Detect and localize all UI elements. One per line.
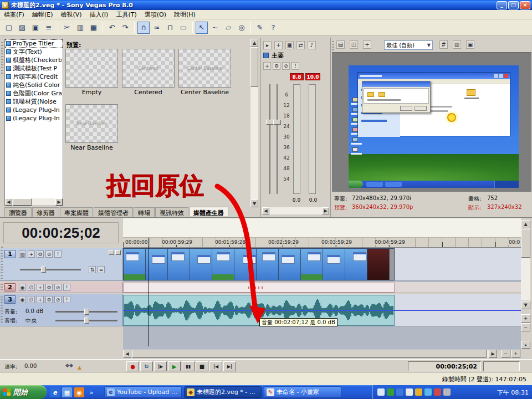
help-tool-icon[interactable]: ? [267,22,279,34]
arm-record-icon[interactable]: ◉ [19,284,26,291]
rate-slider-marks[interactable]: ◆◆ [65,362,73,368]
quicklaunch-chevron-icon[interactable]: » [86,387,96,397]
playhead-cursor[interactable] [149,238,149,346]
timeline-scroll-right-button[interactable]: ▶ [489,350,497,358]
generator-item[interactable]: 訊噪材質(Noise [5,98,63,106]
timeline-scroll-down-button[interactable]: ▼ [521,301,530,309]
menu-view[interactable]: 檢視(V) [57,10,85,19]
track-fx-icon[interactable]: + [37,284,44,291]
project-video-properties-icon[interactable]: ▤ [336,40,345,49]
auto-ripple-icon[interactable]: ≈ [151,22,163,34]
minimize-button[interactable]: _ [497,1,507,9]
dim-output-icon[interactable]: ♪ [308,41,316,49]
track-fx-icon[interactable]: + [28,250,35,258]
master-mute-icon[interactable]: ⊘ [282,62,290,70]
tab-media-generators[interactable]: 媒體產生器 [189,207,228,216]
open-icon[interactable]: ▨ [16,22,28,34]
edit-details-icon[interactable]: ▸ [521,341,530,349]
master-solo-icon[interactable]: ! [291,62,299,70]
timecode-display[interactable]: 00:00:25;02 [3,222,119,243]
save-snapshot-icon[interactable]: ▣ [466,40,474,49]
video-event-clip[interactable] [123,248,395,280]
track-mute-icon[interactable]: ⊘ [45,250,53,258]
safe-area-grid-icon[interactable]: # [439,40,448,49]
volume-tray-icon[interactable] [406,388,413,396]
transport-loop-playback-button[interactable]: ↻ [140,361,153,371]
bus-properties-icon[interactable]: ▣ [285,41,294,49]
master-fx-icon[interactable]: + [263,62,271,70]
downmix-output-icon[interactable]: ⇄ [296,41,305,49]
show-desktop-icon[interactable]: ▦ [62,387,72,397]
marker-bar[interactable] [123,218,521,238]
track-bypass-fx-icon[interactable]: ▨ [19,250,26,258]
presets-scrollbar-thumb[interactable] [250,47,258,87]
restore-button[interactable]: □ [508,1,519,9]
tab-explorer[interactable]: 瀏覽器 [4,207,32,217]
track-solo-icon[interactable]: ! [63,296,70,303]
generator-item[interactable]: ProType Titler [5,39,63,48]
menu-edit[interactable]: 編輯(E) [28,10,57,19]
generator-item[interactable]: 純色(Solid Color [5,81,63,89]
tab-trimmer[interactable]: 修剪器 [32,207,59,217]
track-mute-icon[interactable]: ⊘ [54,284,62,291]
language-bar-icon[interactable] [377,388,385,396]
copy-icon[interactable]: ▥ [74,22,86,34]
tab-video-fx[interactable]: 視訊特效 [155,207,188,217]
preset-item[interactable]: Center BaselineCenter Baseline [177,49,233,104]
undo-icon[interactable]: ↶ [106,22,118,34]
generator-item[interactable]: 片頭字幕(Credit [5,73,63,81]
track-grip[interactable] [1,250,3,279]
ignore-event-grouping-icon[interactable]: ▭ [177,22,190,34]
track-height-zoom-out-button[interactable]: − [521,323,530,331]
transport-go-to-end-button[interactable]: ▶| [223,361,236,371]
cut-icon[interactable]: ✂ [61,22,73,34]
mixer-scroll-right-button[interactable]: ▶ [322,207,329,214]
insert-audio-bus-icon[interactable]: ▸ [263,41,272,49]
master-settings-icon[interactable]: ⚙ [273,62,280,70]
presets-scroll-down-button[interactable]: ▼ [250,200,258,207]
close-button[interactable]: × [520,1,530,9]
track-fx-icon[interactable]: + [37,296,44,303]
lock-envelopes-icon[interactable]: ⊓ [164,22,176,34]
selection-edit-tool-icon[interactable]: ▱ [222,22,234,34]
transport-go-to-start-button[interactable]: |◀ [209,361,222,371]
panel-grip[interactable] [1,42,3,74]
list-scrollbar-thumb[interactable] [13,198,32,206]
track-automation-icon[interactable]: ⚙ [45,284,53,291]
track-number-badge[interactable]: 2 [4,283,16,291]
presets-scroll-up-button[interactable]: ▲ [250,39,258,47]
volume-knob[interactable] [84,309,89,315]
track-level-knob[interactable] [41,267,46,273]
phase-invert-icon[interactable]: ∅ [28,296,35,303]
envelope-edit-tool-icon[interactable]: ~ [209,22,221,34]
messenger-tray-icon[interactable] [396,388,403,396]
generator-item[interactable]: (Legacy Plug-In [5,106,63,114]
media-player-icon[interactable]: ◉ [74,387,84,397]
master-fader-left[interactable] [266,120,274,125]
track-header-1[interactable]: 1 ▨+⚙⊘! ⇅ ≡ [0,248,123,281]
track-fade-icon[interactable]: ⇅ [89,266,96,273]
pan-knob[interactable] [84,318,89,324]
save-icon[interactable]: ▣ [29,22,42,34]
insert-fx-icon[interactable]: + [274,41,283,49]
overlay-event-clip[interactable] [123,283,395,293]
preset-item[interactable]: Empty [64,49,120,104]
preset-item[interactable]: CenteredCentered [120,49,176,104]
taskbar-task-button[interactable]: ✎未命名 - 小畫家 [264,386,341,398]
menu-file[interactable]: 檔案(F) [0,10,28,19]
ie-quicklaunch-icon[interactable]: e [50,387,60,397]
taskbar-task-button[interactable]: ◆未標題的2.veg * - So... [184,386,262,398]
generator-item[interactable]: 色階圖(Color Gra [5,89,63,98]
list-scroll-right-button[interactable]: ▶ [55,198,63,206]
normal-edit-tool-icon[interactable]: ↖ [196,22,208,34]
taskbar-task-button[interactable]: eYouTube - Upload yo... [104,386,182,398]
transport-play-button[interactable]: ▶ [168,361,181,371]
menu-tools[interactable]: 工具(T) [112,10,140,19]
track-height-zoom-in-button[interactable]: + [521,314,530,323]
track-number-badge[interactable]: 3 [4,295,16,304]
split-screen-view-icon[interactable]: ◫ [350,40,358,49]
track-grip[interactable] [1,284,3,291]
transport-play-from-start-button[interactable]: |▶ [154,361,167,371]
track-automation-icon[interactable]: ⚙ [37,250,44,258]
preset-item[interactable]: Near BaselineNear Baseline [64,104,120,160]
